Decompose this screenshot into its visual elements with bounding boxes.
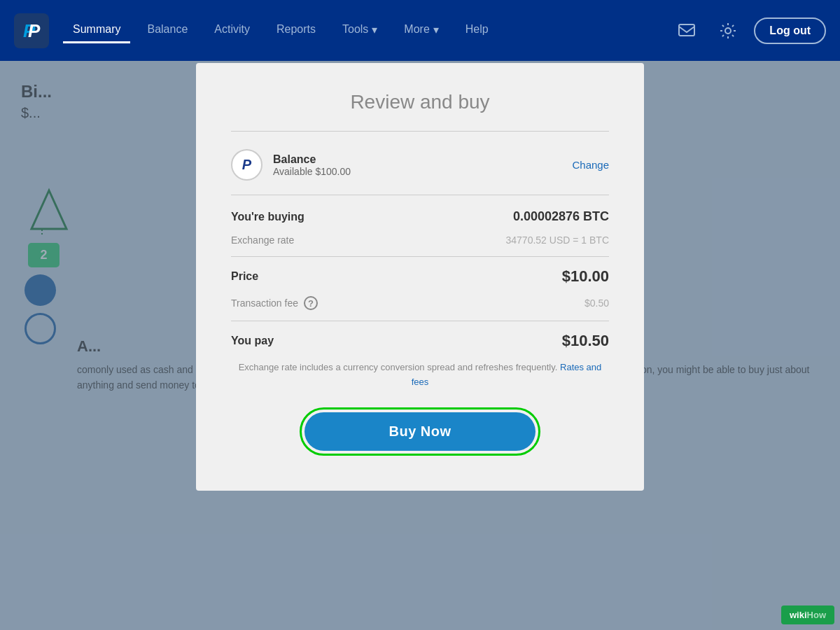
- payment-method-available: Available $100.00: [273, 166, 351, 177]
- nav-item-tools[interactable]: Tools ▾: [332, 18, 387, 44]
- navbar: P P Summary Balance Activity Reports Too…: [0, 0, 840, 61]
- how-part: How: [807, 610, 826, 620]
- svg-rect-2: [679, 24, 694, 36]
- exchange-rate-value: 34770.52 USD = 1 BTC: [506, 234, 609, 246]
- buying-row: You're buying 0.00002876 BTC: [231, 209, 609, 224]
- you-pay-row: You pay $10.50: [231, 332, 609, 350]
- section-divider-2: [231, 321, 609, 321]
- payment-method-info: Balance Available $100.00: [273, 153, 351, 177]
- buying-label: You're buying: [231, 211, 304, 223]
- message-button[interactable]: [671, 15, 702, 46]
- nav-item-reports[interactable]: Reports: [267, 18, 326, 43]
- payment-method-left: P Balance Available $100.00: [231, 149, 351, 181]
- message-icon: [678, 22, 696, 40]
- buy-now-outer-border: Buy Now: [300, 407, 540, 456]
- change-payment-link[interactable]: Change: [572, 159, 609, 171]
- wikihow-badge: wikiHow: [781, 606, 834, 624]
- settings-button[interactable]: [713, 15, 743, 46]
- nav-item-summary[interactable]: Summary: [63, 18, 130, 43]
- paypal-logo: P P: [14, 13, 49, 48]
- nav-links: Summary Balance Activity Reports Tools ▾…: [63, 18, 671, 44]
- buy-now-wrap: Buy Now: [231, 407, 609, 456]
- transaction-fee-help-icon[interactable]: ?: [304, 296, 318, 310]
- price-row: Price $10.00: [231, 267, 609, 286]
- modal-title: Review and buy: [231, 91, 609, 113]
- section-divider-1: [231, 256, 609, 257]
- nav-item-more[interactable]: More ▾: [394, 18, 448, 44]
- nav-item-help[interactable]: Help: [456, 18, 498, 43]
- gear-icon: [719, 22, 737, 40]
- you-pay-value: $10.50: [562, 332, 609, 350]
- svg-text:P: P: [28, 20, 41, 41]
- footer-note: Exchange rate includes a currency conver…: [231, 360, 609, 390]
- you-pay-label: You pay: [231, 335, 274, 347]
- review-modal: Review and buy P Balance Available $100.…: [196, 63, 644, 491]
- pp-logo-text: P: [242, 157, 251, 173]
- buy-now-button[interactable]: Buy Now: [304, 412, 535, 451]
- txfee-label-wrap: Transaction fee ?: [231, 296, 318, 310]
- nav-item-balance[interactable]: Balance: [137, 18, 197, 43]
- transaction-fee-row: Transaction fee ? $0.50: [231, 296, 609, 310]
- modal-mid-divider: [231, 195, 609, 195]
- transaction-fee-value: $0.50: [584, 298, 609, 309]
- exchange-rate-label: Exchange rate: [231, 234, 294, 246]
- nav-right: Log out: [671, 15, 826, 46]
- tools-chevron-icon: ▾: [372, 23, 377, 36]
- payment-method-row: P Balance Available $100.00 Change: [231, 149, 609, 181]
- nav-item-activity[interactable]: Activity: [204, 18, 260, 43]
- buying-value: 0.00002876 BTC: [513, 209, 609, 224]
- more-chevron-icon: ▾: [433, 23, 439, 36]
- paypal-badge: P: [231, 149, 262, 181]
- footer-note-text: Exchange rate includes a currency conver…: [239, 362, 558, 372]
- svg-point-3: [725, 28, 731, 34]
- wiki-part: wiki: [790, 610, 807, 620]
- payment-method-name: Balance: [273, 153, 351, 166]
- transaction-fee-label: Transaction fee: [231, 298, 298, 309]
- price-value: $10.00: [562, 267, 609, 286]
- exchange-rate-row: Exchange rate 34770.52 USD = 1 BTC: [231, 234, 609, 246]
- price-label: Price: [231, 270, 258, 283]
- logout-button[interactable]: Log out: [754, 18, 826, 44]
- modal-top-divider: [231, 131, 609, 132]
